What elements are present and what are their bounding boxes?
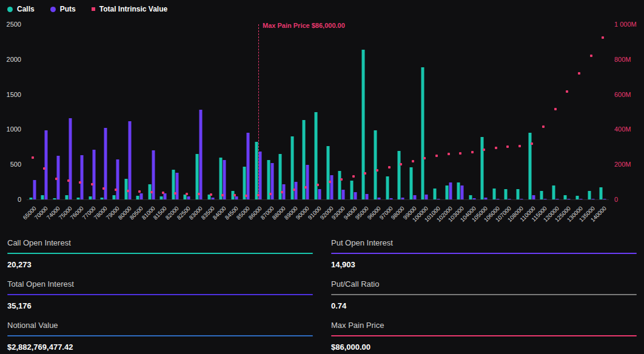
summary-label: Max Pain Price bbox=[331, 321, 637, 335]
legend-item-puts[interactable]: Puts bbox=[50, 5, 76, 13]
intrinsic-value-dot bbox=[578, 72, 580, 75]
puts-bar bbox=[485, 198, 488, 199]
intrinsic-value-dot bbox=[174, 192, 176, 195]
intrinsic-value-dot bbox=[150, 191, 153, 193]
bar-group-83500 bbox=[207, 24, 214, 199]
intrinsic-value-dot bbox=[293, 189, 295, 191]
summary-cell-total-open-interest: Total Open Interest35,176 bbox=[7, 274, 313, 315]
legend-item-calls[interactable]: Calls bbox=[7, 5, 35, 13]
calls-bar bbox=[89, 196, 92, 199]
bar-group-110000 bbox=[528, 24, 535, 199]
intrinsic-value-dot bbox=[566, 90, 568, 93]
calls-swatch-icon bbox=[7, 7, 13, 12]
intrinsic-value-dot bbox=[448, 153, 450, 155]
bar-group-101000 bbox=[433, 24, 440, 199]
puts-bar bbox=[306, 165, 309, 199]
calls-bar bbox=[350, 181, 353, 199]
puts-bar bbox=[200, 110, 203, 199]
x-axis-labels: 6500070000740007500076000770007800079000… bbox=[27, 201, 609, 229]
bar-group-103000 bbox=[457, 24, 464, 199]
summary-panel: Call Open Interest20,273Put Open Interes… bbox=[0, 230, 644, 354]
legend-label: Total Intrinsic Value bbox=[99, 5, 167, 13]
intrinsic-value-dot bbox=[459, 152, 461, 155]
calls-bar bbox=[600, 187, 603, 199]
intrinsic-value-dot bbox=[281, 191, 283, 193]
summary-divider bbox=[7, 294, 313, 295]
calls-bar bbox=[326, 146, 329, 199]
calls-bar bbox=[564, 195, 567, 199]
bar-group-102000 bbox=[445, 24, 452, 199]
calls-bar bbox=[101, 198, 104, 199]
puts-bar bbox=[508, 199, 511, 199]
calls-bar bbox=[481, 137, 484, 199]
puts-bar bbox=[555, 199, 558, 199]
calls-bar bbox=[65, 195, 68, 199]
max-pain-chart: CallsPutsTotal Intrinsic Value 050010001… bbox=[0, 0, 644, 230]
calls-bar bbox=[160, 196, 163, 199]
bar-group-105000 bbox=[481, 24, 488, 199]
puts-swatch-icon bbox=[50, 7, 56, 12]
max-pain-line bbox=[258, 24, 259, 199]
intrinsic-value-dot bbox=[483, 149, 485, 151]
y-axis-left-tick: 2000 bbox=[7, 56, 21, 63]
calls-bar bbox=[338, 171, 341, 199]
legend-item-total-intrinsic-value[interactable]: Total Intrinsic Value bbox=[92, 5, 167, 13]
intrinsic-value-dot bbox=[423, 157, 426, 159]
intrinsic-value-dot bbox=[127, 190, 129, 192]
calls-bar bbox=[41, 195, 44, 199]
bar-group-99000 bbox=[409, 24, 416, 199]
calls-bar bbox=[29, 198, 32, 199]
bar-group-89000 bbox=[290, 24, 297, 199]
puts-bar bbox=[591, 199, 594, 199]
y-axis-right-tick: 600M bbox=[614, 91, 631, 98]
y-axis-right-tick: 800M bbox=[614, 56, 631, 63]
puts-bar bbox=[520, 199, 523, 199]
puts-bar bbox=[413, 195, 416, 199]
calls-bar bbox=[112, 195, 115, 199]
calls-bar bbox=[398, 151, 401, 199]
summary-divider bbox=[7, 253, 313, 254]
puts-bar bbox=[45, 130, 48, 199]
puts-bar bbox=[33, 180, 36, 199]
intrinsic-value-dot bbox=[412, 160, 414, 162]
bar-group-108000 bbox=[517, 24, 523, 199]
bar-group-98000 bbox=[398, 24, 404, 199]
bar-group-100000 bbox=[421, 24, 428, 199]
intrinsic-value-dot bbox=[79, 181, 81, 184]
intrinsic-value-dot bbox=[554, 108, 557, 110]
puts-bar bbox=[449, 182, 452, 199]
y-axis-left-tick: 1000 bbox=[7, 125, 21, 133]
intrinsic-value-dot bbox=[471, 151, 474, 153]
puts-bar bbox=[377, 198, 380, 199]
legend-label: Calls bbox=[17, 5, 35, 13]
puts-bar bbox=[259, 152, 262, 199]
plot-area[interactable]: 050010001500200025000200M400M600M800M1 0… bbox=[27, 24, 609, 200]
intrinsic-value-dot bbox=[115, 189, 117, 191]
bar-group-92000 bbox=[326, 24, 333, 199]
intrinsic-value-dot bbox=[400, 163, 402, 165]
intrinsic-value-dot bbox=[198, 193, 200, 195]
summary-label: Notional Value bbox=[7, 321, 313, 335]
y-axis-right-tick: 0 bbox=[614, 196, 618, 203]
intrinsic-value-dot bbox=[340, 178, 343, 181]
intrinsic-value-dot bbox=[364, 172, 366, 175]
bar-group-82500 bbox=[184, 24, 190, 199]
legend-label: Puts bbox=[60, 5, 76, 13]
calls-bar bbox=[374, 130, 377, 199]
intrinsic-value-dot bbox=[518, 145, 521, 147]
intrinsic-value-dot bbox=[317, 184, 319, 186]
bar-group-76000 bbox=[77, 24, 84, 199]
calls-bar bbox=[409, 167, 412, 199]
intrinsic-value-dot bbox=[162, 192, 164, 194]
puts-bar bbox=[401, 198, 404, 199]
summary-cell-notional-value: Notional Value$2,882,769,477.42 bbox=[7, 315, 313, 354]
puts-bar bbox=[580, 199, 583, 199]
calls-bar bbox=[362, 50, 365, 199]
intrinsic-value-dot bbox=[376, 169, 378, 172]
intrinsic-value-dot bbox=[245, 195, 247, 197]
summary-value: 20,273 bbox=[7, 260, 313, 269]
bar-group-83000 bbox=[196, 24, 203, 199]
summary-divider bbox=[7, 335, 313, 336]
intrinsic-value-dot bbox=[43, 167, 45, 170]
puts-bar bbox=[544, 199, 547, 199]
